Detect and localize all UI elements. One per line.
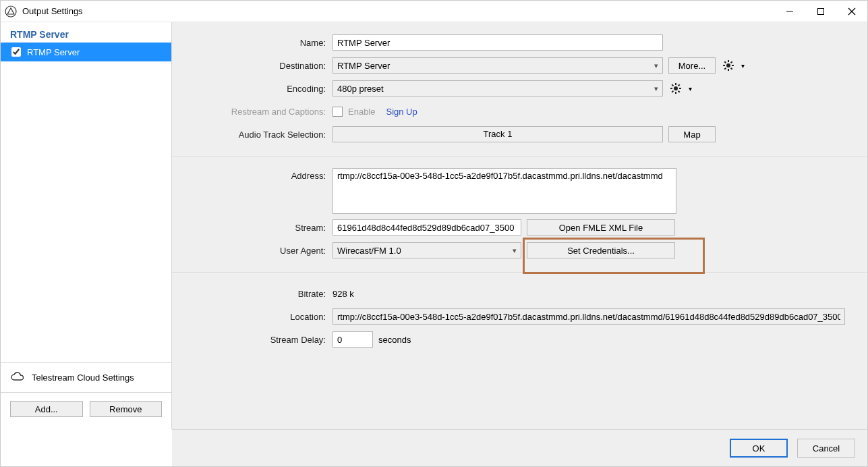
address-input[interactable]: rtmp://c8ccf15a-00e3-548d-1cc5-a2de9f017…	[332, 168, 676, 214]
cloud-settings-label: Telestream Cloud Settings	[32, 373, 134, 383]
user-agent-select[interactable]: Wirecast/FM 1.0 ▾	[332, 242, 521, 258]
window-minimize-button[interactable]	[774, 1, 805, 22]
remove-button[interactable]: Remove	[90, 401, 163, 417]
map-button[interactable]: Map	[668, 126, 716, 142]
signup-link[interactable]: Sign Up	[386, 107, 417, 117]
stream-delay-label: Stream Delay:	[184, 335, 332, 345]
encoding-select[interactable]: 480p preset ▾	[332, 80, 663, 97]
destination-label: Destination:	[184, 61, 332, 71]
chevron-down-icon: ▾	[513, 246, 517, 255]
enable-checkbox[interactable]	[332, 107, 343, 117]
sidebar-item-checkbox[interactable]	[11, 47, 21, 57]
enable-label: Enable	[348, 107, 375, 117]
name-label: Name:	[184, 38, 332, 48]
svg-line-10	[724, 61, 726, 63]
sidebar-item-rtmp-server[interactable]: RTMP Server	[1, 43, 171, 61]
svg-line-22	[678, 84, 680, 86]
titlebar: Output Settings	[1, 1, 867, 22]
chevron-down-icon: ▾	[654, 84, 658, 93]
svg-line-20	[678, 91, 680, 92]
svg-line-21	[672, 91, 673, 92]
more-button[interactable]: More...	[668, 57, 716, 74]
stream-input[interactable]	[332, 219, 521, 236]
dialog-footer: OK Cancel	[172, 429, 867, 466]
bitrate-label: Bitrate:	[184, 289, 332, 299]
caret-down-icon[interactable]: ▾	[741, 62, 745, 70]
svg-point-5	[726, 63, 730, 67]
svg-rect-2	[818, 8, 824, 14]
open-fmle-button[interactable]: Open FMLE XML File	[527, 219, 675, 236]
destination-value: RTMP Server	[337, 61, 390, 71]
location-label: Location:	[184, 312, 332, 322]
gear-icon[interactable]	[668, 81, 683, 96]
window-close-button[interactable]	[836, 1, 867, 22]
encoding-value: 480p preset	[337, 84, 384, 94]
svg-line-12	[724, 68, 726, 70]
address-label: Address:	[184, 168, 332, 181]
destination-select[interactable]: RTMP Server ▾	[332, 57, 663, 74]
caret-down-icon[interactable]: ▾	[689, 85, 692, 92]
main-panel: Name: Destination: RTMP Server ▾ More...	[172, 22, 867, 429]
set-credentials-button[interactable]: Set Credentials...	[527, 242, 675, 258]
audio-track-label: Audio Track Selection:	[184, 130, 332, 140]
app-icon	[5, 5, 17, 18]
ok-button[interactable]: OK	[730, 439, 788, 458]
svg-line-11	[731, 68, 732, 70]
chevron-down-icon: ▾	[654, 61, 658, 70]
svg-point-14	[674, 86, 678, 90]
gear-icon[interactable]	[721, 58, 736, 73]
location-input[interactable]	[332, 308, 845, 325]
telestream-cloud-settings[interactable]: Telestream Cloud Settings	[1, 362, 171, 393]
window-maximize-button[interactable]	[805, 1, 836, 22]
window-title: Output Settings	[22, 6, 83, 16]
name-input[interactable]	[332, 34, 663, 51]
sidebar-item-label: RTMP Server	[27, 47, 80, 57]
stream-delay-unit: seconds	[378, 335, 411, 345]
cloud-icon	[10, 371, 25, 384]
cancel-button[interactable]: Cancel	[797, 439, 855, 458]
restream-label: Restream and Captions:	[184, 107, 332, 117]
user-agent-label: User Agent:	[184, 246, 332, 256]
stream-label: Stream:	[184, 223, 332, 233]
svg-line-13	[731, 61, 732, 63]
bitrate-value: 928 k	[332, 289, 354, 299]
svg-line-19	[672, 84, 673, 86]
audio-track-display[interactable]: Track 1	[332, 126, 663, 142]
encoding-label: Encoding:	[184, 84, 332, 94]
user-agent-value: Wirecast/FM 1.0	[337, 246, 401, 256]
sidebar: RTMP Server RTMP Server Telestream Cloud…	[1, 22, 172, 429]
add-button[interactable]: Add...	[10, 401, 83, 417]
sidebar-header: RTMP Server	[1, 22, 171, 43]
stream-delay-input[interactable]	[332, 331, 373, 348]
